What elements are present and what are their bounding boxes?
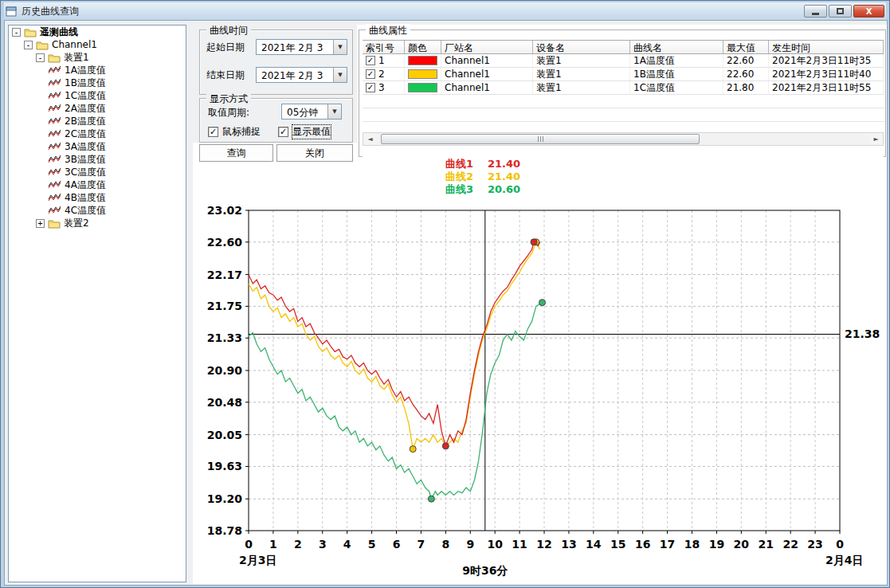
scroll-left-icon[interactable]: ◄ xyxy=(363,133,377,145)
tree-node-label: 1A温度值 xyxy=(65,64,106,77)
table-cell xyxy=(405,81,441,94)
tree-expander-icon[interactable]: - xyxy=(24,41,33,49)
min-value-marker-曲线1 xyxy=(442,443,449,449)
table-cell: 装置1 xyxy=(533,81,630,94)
start-date-value: 2021年 2月 3 xyxy=(257,40,326,54)
table-cell: ✓2 xyxy=(363,68,405,80)
tree-node-curve-2A温度值[interactable]: 2A温度值 xyxy=(9,102,186,115)
end-date-select[interactable]: 2021年 2月 3 ▼ xyxy=(256,67,347,83)
tree-node-label: Channel1 xyxy=(52,39,97,50)
y-tick-label: 20.90 xyxy=(207,364,243,377)
mouse-capture-checkbox[interactable]: ✓ xyxy=(208,127,218,137)
table-horizontal-scrollbar[interactable]: ◄ ► xyxy=(363,132,884,146)
table-cell: 21.80 xyxy=(723,81,769,94)
column-header-2[interactable]: 颜色 xyxy=(405,41,441,53)
scroll-right-icon[interactable]: ► xyxy=(869,133,883,145)
y-tick-label: 22.17 xyxy=(207,269,242,281)
tree-node-curve-1A温度值[interactable]: 1A温度值 xyxy=(9,64,186,76)
y-tick-label: 18.78 xyxy=(207,524,242,537)
mouse-capture-label: 鼠标捕捉 xyxy=(222,125,261,139)
tree-node-label: 装置1 xyxy=(64,51,89,65)
curve-properties-table: 索引号颜色厂站名设备名曲线名最大值发生时间✓1Channel1装置11A温度值2… xyxy=(363,40,884,167)
table-row[interactable]: ✓3Channel1装置11C温度值21.802021年2月3日11时55 xyxy=(363,81,884,95)
start-date-select[interactable]: 2021年 2月 3 ▼ xyxy=(256,39,347,55)
tree-node-label: 4B温度值 xyxy=(65,191,106,205)
row-index: 2 xyxy=(378,69,385,80)
tree-node-label: 3B温度值 xyxy=(65,153,106,167)
tree-node-label: 2C温度值 xyxy=(65,127,106,141)
row-checkbox[interactable]: ✓ xyxy=(366,83,375,92)
show-extremes-checkbox[interactable]: ✓ xyxy=(278,127,288,137)
tree-node-device1[interactable]: -装置1 xyxy=(9,51,186,64)
column-header-4[interactable]: 设备名 xyxy=(533,41,630,53)
minimize-button[interactable] xyxy=(804,5,827,18)
column-header-7[interactable]: 发生时间 xyxy=(769,41,884,53)
tree-node-channel1[interactable]: -Channel1 xyxy=(9,38,186,51)
occurrence-time: 2021年2月3日11时55 xyxy=(772,81,871,94)
tree-node-curve-2B温度值[interactable]: 2B温度值 xyxy=(9,115,186,127)
x-tick-label: 22 xyxy=(782,538,798,551)
tree-node-curve-3A温度值[interactable]: 3A温度值 xyxy=(9,140,186,153)
tree-expander-icon[interactable]: - xyxy=(36,53,45,62)
history-curve-chart[interactable]: 23.0222.6022.1721.7521.3320.9020.4820.05… xyxy=(201,160,886,584)
y-tick-label: 19.63 xyxy=(207,460,242,472)
tree-node-device2[interactable]: +装置2 xyxy=(9,217,186,229)
tree-node-telemetry-curves[interactable]: -遥测曲线 xyxy=(9,25,186,38)
maximize-icon xyxy=(837,8,844,14)
table-row[interactable]: ✓1Channel1装置11A温度值22.602021年2月3日11时35 xyxy=(363,54,884,68)
period-row: 取值周期: xyxy=(208,106,249,120)
start-date-dropdown-icon[interactable]: ▼ xyxy=(333,40,347,54)
end-date-dropdown-icon[interactable]: ▼ xyxy=(333,68,347,82)
tree-expander-icon[interactable]: + xyxy=(36,219,45,228)
close-icon: X xyxy=(866,7,872,16)
period-dropdown-icon[interactable]: ▼ xyxy=(327,104,341,119)
station-name: Channel1 xyxy=(445,55,490,66)
curve-name: 1B温度值 xyxy=(633,68,675,80)
min-value-marker-曲线3 xyxy=(428,496,434,502)
x-tick-label: 21 xyxy=(759,538,774,551)
table-cell: 1B温度值 xyxy=(630,68,723,80)
tree-expander-icon[interactable]: - xyxy=(12,28,21,37)
query-button[interactable]: 查询 xyxy=(199,144,273,162)
tree-node-curve-3B温度值[interactable]: 3B温度值 xyxy=(9,153,186,166)
table-header-row: 索引号颜色厂站名设备名曲线名最大值发生时间 xyxy=(363,40,884,54)
column-header-3[interactable]: 厂站名 xyxy=(441,41,533,53)
app-window: 历史曲线查询 X -遥测曲线-Channel1-装置11A温度值1B温度值1C温… xyxy=(0,0,890,588)
show-extremes-label: 显示最值 xyxy=(292,125,331,139)
curve-icon xyxy=(48,167,61,177)
curve-name: 1C温度值 xyxy=(633,81,675,94)
close-window-button[interactable]: X xyxy=(853,5,884,18)
window-title: 历史曲线查询 xyxy=(22,5,79,18)
crosshair-value-label: 21.38 xyxy=(845,327,880,340)
curve-icon xyxy=(48,116,61,126)
column-header-1[interactable]: 索引号 xyxy=(363,41,405,53)
close-button[interactable]: 关闭 xyxy=(276,144,353,162)
scrollbar-thumb[interactable] xyxy=(381,134,700,144)
x-axis-date-right: 2月4日 xyxy=(825,554,863,566)
tree-node-curve-1B温度值[interactable]: 1B温度值 xyxy=(9,76,186,89)
curve-icon xyxy=(48,142,61,151)
tree-node-curve-1C温度值[interactable]: 1C温度值 xyxy=(9,89,186,102)
x-tick-label: 23 xyxy=(807,538,822,551)
row-checkbox[interactable]: ✓ xyxy=(366,69,375,79)
x-tick-label: 19 xyxy=(709,538,724,551)
maximize-button[interactable] xyxy=(829,5,852,18)
row-checkbox[interactable]: ✓ xyxy=(366,56,375,65)
x-tick-label: 6 xyxy=(393,538,401,551)
column-header-6[interactable]: 最大值 xyxy=(723,41,769,53)
station-name: Channel1 xyxy=(445,82,490,93)
table-row[interactable]: ✓2Channel1装置11B温度值22.602021年2月3日11时40 xyxy=(363,68,884,81)
tree-node-curve-4C温度值[interactable]: 4C温度值 xyxy=(9,204,186,217)
occurrence-time: 2021年2月3日11时35 xyxy=(772,54,871,67)
tree-node-curve-2C温度值[interactable]: 2C温度值 xyxy=(9,127,186,140)
x-tick-label: 3 xyxy=(319,538,327,551)
display-groupbox: 显示方式 取值周期: 05分钟 ▼ ✓ 鼠标捕捉 ✓ 显示最值 xyxy=(199,98,353,143)
table-cell: Channel1 xyxy=(441,54,533,67)
column-header-5[interactable]: 曲线名 xyxy=(630,41,723,53)
period-select[interactable]: 05分钟 ▼ xyxy=(281,104,342,120)
tree-node-label: 4A温度值 xyxy=(65,178,106,192)
tree-node-curve-3C温度值[interactable]: 3C温度值 xyxy=(9,166,186,178)
tree-node-curve-4B温度值[interactable]: 4B温度值 xyxy=(9,191,186,204)
tree-node-label: 遥测曲线 xyxy=(40,25,78,39)
tree-node-curve-4A温度值[interactable]: 4A温度值 xyxy=(9,178,186,191)
